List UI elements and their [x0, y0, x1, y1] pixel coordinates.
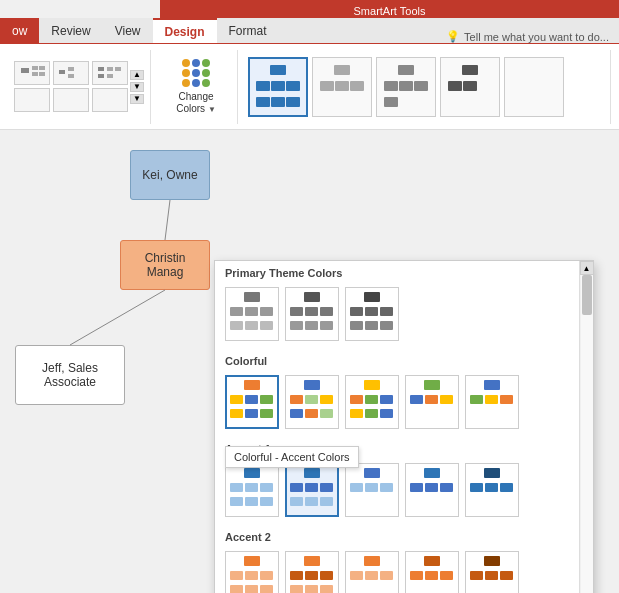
- color-option-accent1-2[interactable]: [285, 463, 339, 517]
- smartart-tools-bar: SmartArt Tools: [160, 0, 619, 18]
- color-option-colorful-4[interactable]: [405, 375, 459, 429]
- svg-rect-64: [305, 395, 318, 404]
- svg-rect-72: [380, 395, 393, 404]
- color-option-primary-2[interactable]: [285, 287, 339, 341]
- svg-rect-98: [364, 468, 380, 478]
- svg-rect-9: [98, 74, 104, 78]
- tab-view[interactable]: View: [103, 18, 153, 43]
- color-option-accent1-5[interactable]: [465, 463, 519, 517]
- layout-thumb-3[interactable]: [92, 61, 128, 85]
- svg-rect-62: [304, 380, 320, 390]
- change-colors-button[interactable]: ChangeColors ▼: [161, 50, 231, 124]
- color-option-accent1-4[interactable]: [405, 463, 459, 517]
- svg-rect-125: [350, 571, 363, 580]
- svg-rect-39: [245, 321, 258, 330]
- svg-rect-26: [399, 81, 413, 91]
- svg-rect-67: [305, 409, 318, 418]
- svg-rect-126: [365, 571, 378, 580]
- tab-show[interactable]: ow: [0, 18, 39, 43]
- style-thumb-2[interactable]: [312, 57, 372, 117]
- layout-thumb-6[interactable]: [92, 88, 128, 112]
- ribbon-tabs: ow Review View Design Format 💡 Tell me w…: [0, 18, 619, 44]
- layout-thumb-5[interactable]: [53, 88, 89, 112]
- color-option-primary-1[interactable]: [225, 287, 279, 341]
- color-option-primary-3[interactable]: [345, 287, 399, 341]
- svg-rect-132: [484, 556, 500, 566]
- svg-rect-86: [245, 483, 258, 492]
- svg-rect-94: [320, 483, 333, 492]
- tab-format[interactable]: Format: [217, 18, 279, 43]
- svg-rect-71: [365, 395, 378, 404]
- svg-rect-82: [485, 395, 498, 404]
- svg-rect-52: [350, 321, 363, 330]
- tab-review[interactable]: Review: [39, 18, 102, 43]
- dropdown-scrollbar[interactable]: ▲ ▼: [579, 261, 593, 593]
- svg-rect-6: [68, 67, 74, 71]
- style-thumb-3[interactable]: [376, 57, 436, 117]
- layout-thumb-4[interactable]: [14, 88, 50, 112]
- svg-rect-77: [410, 395, 423, 404]
- svg-rect-85: [230, 483, 243, 492]
- svg-rect-22: [335, 81, 349, 91]
- svg-rect-122: [305, 585, 318, 593]
- color-option-colorful-5[interactable]: [465, 375, 519, 429]
- tab-design[interactable]: Design: [153, 18, 217, 43]
- svg-rect-124: [364, 556, 380, 566]
- scroll-track: [581, 275, 593, 593]
- svg-rect-65: [320, 395, 333, 404]
- scroll-thumb: [582, 275, 592, 315]
- svg-rect-110: [244, 556, 260, 566]
- svg-rect-105: [440, 483, 453, 492]
- color-option-accent2-4[interactable]: [405, 551, 459, 593]
- layout-thumb-2[interactable]: [53, 61, 89, 85]
- color-option-accent2-3[interactable]: [345, 551, 399, 593]
- svg-rect-70: [350, 395, 363, 404]
- svg-rect-8: [98, 67, 104, 71]
- svg-rect-47: [320, 321, 333, 330]
- dot-4: [182, 69, 190, 77]
- dot-3: [202, 59, 210, 67]
- style-thumb-5[interactable]: [504, 57, 564, 117]
- dot-2: [192, 59, 200, 67]
- svg-line-33: [70, 290, 165, 345]
- svg-rect-50: [365, 307, 378, 316]
- svg-rect-13: [270, 65, 286, 75]
- color-option-colorful-1[interactable]: [225, 375, 279, 429]
- svg-rect-109: [500, 483, 513, 492]
- svg-rect-61: [260, 409, 273, 418]
- svg-rect-135: [500, 571, 513, 580]
- color-option-colorful-2[interactable]: [285, 375, 339, 429]
- color-option-colorful-3[interactable]: [345, 375, 399, 429]
- svg-rect-129: [410, 571, 423, 580]
- style-thumb-4[interactable]: [440, 57, 500, 117]
- color-option-accent2-2[interactable]: [285, 551, 339, 593]
- layout-thumb-1[interactable]: [14, 61, 50, 85]
- section-colorful-header: Colorful: [215, 349, 579, 371]
- svg-rect-119: [305, 571, 318, 580]
- svg-rect-96: [305, 497, 318, 506]
- layouts-expand[interactable]: ▼: [130, 94, 144, 104]
- dot-7: [182, 79, 190, 87]
- svg-rect-91: [304, 468, 320, 478]
- svg-rect-37: [260, 307, 273, 316]
- colorful-tooltip: Colorful - Accent Colors: [225, 446, 359, 468]
- svg-rect-76: [424, 380, 440, 390]
- svg-rect-12: [115, 67, 121, 71]
- color-option-accent2-5[interactable]: [465, 551, 519, 593]
- style-thumb-selected[interactable]: [248, 57, 308, 117]
- layouts-scroll-up[interactable]: ▲: [130, 70, 144, 80]
- color-option-accent1-1[interactable]: [225, 463, 279, 517]
- layouts-scroll-down[interactable]: ▼: [130, 82, 144, 92]
- svg-rect-38: [230, 321, 243, 330]
- svg-rect-104: [425, 483, 438, 492]
- color-option-accent1-3[interactable]: [345, 463, 399, 517]
- color-option-accent2-1[interactable]: [225, 551, 279, 593]
- svg-rect-28: [384, 97, 398, 107]
- svg-rect-108: [485, 483, 498, 492]
- scroll-up-arrow[interactable]: ▲: [580, 261, 594, 275]
- svg-rect-54: [380, 321, 393, 330]
- svg-rect-1: [32, 66, 38, 70]
- svg-rect-11: [107, 74, 113, 78]
- svg-rect-34: [244, 292, 260, 302]
- svg-rect-24: [398, 65, 414, 75]
